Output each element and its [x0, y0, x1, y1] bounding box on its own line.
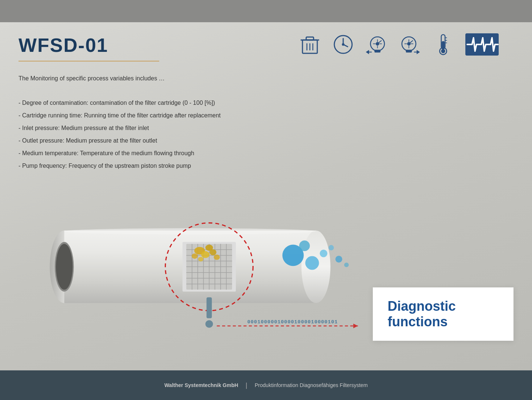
trash-icon — [299, 33, 321, 57]
svg-point-43 — [56, 244, 73, 290]
desc-item-4: - Outlet pressure: Medium pressure at th… — [19, 135, 248, 147]
pump-frequency-icon — [465, 33, 499, 57]
svg-point-76 — [205, 320, 213, 328]
desc-item-2: - Cartridge running time: Running time o… — [19, 110, 248, 121]
svg-point-62 — [201, 251, 210, 258]
footer-divider: | — [245, 381, 247, 389]
svg-point-63 — [192, 253, 198, 259]
svg-point-69 — [305, 256, 319, 270]
inlet-pressure-icon — [365, 33, 388, 57]
svg-rect-32 — [442, 41, 444, 49]
footer-company: Walther Systemtechnik GmbH — [164, 382, 238, 388]
description-section: The Monitoring of specific process varia… — [19, 73, 248, 172]
clock-icon — [332, 33, 354, 57]
footer-subtitle: Produktinformation Diagnosefähiges Filte… — [255, 382, 368, 388]
desc-item-1: - Degree of contamination: contamination… — [19, 97, 248, 109]
svg-point-64 — [210, 249, 217, 255]
svg-point-74 — [344, 263, 349, 267]
svg-marker-29 — [417, 51, 419, 53]
diagnostic-title: Diagnostic functions — [388, 299, 499, 330]
svg-point-66 — [214, 254, 220, 260]
title-divider — [19, 61, 159, 61]
svg-point-33 — [442, 50, 445, 53]
filter-illustration: 000100000100001000010000101 — [19, 167, 362, 359]
svg-rect-2 — [306, 37, 314, 40]
outlet-pressure-icon — [399, 33, 421, 57]
top-bar — [0, 0, 532, 22]
description-intro: The Monitoring of specific process varia… — [19, 73, 248, 84]
main-content: WFSD-01 — [0, 22, 532, 370]
svg-point-71 — [320, 250, 328, 257]
svg-point-70 — [299, 240, 310, 251]
svg-marker-78 — [353, 324, 358, 328]
desc-item-5: - Medium temperature: Temperature of the… — [19, 147, 248, 159]
svg-rect-27 — [406, 50, 412, 52]
icons-row — [299, 33, 513, 57]
svg-point-72 — [335, 256, 342, 263]
diagnostic-box: Diagnostic functions — [373, 287, 513, 341]
svg-rect-75 — [207, 297, 212, 319]
footer: Walther Systemtechnik GmbH | Produktinfo… — [0, 370, 532, 400]
svg-marker-19 — [367, 51, 368, 53]
title-section: WFSD-01 — [19, 33, 513, 57]
product-title: WFSD-01 — [19, 34, 108, 56]
svg-text:000100000100001000010000101: 000100000100001000010000101 — [247, 319, 338, 325]
svg-rect-17 — [375, 50, 380, 52]
desc-item-3: - Inlet pressure: Medium pressure at the… — [19, 122, 248, 134]
svg-point-73 — [328, 245, 334, 250]
svg-point-9 — [342, 44, 344, 45]
svg-point-65 — [198, 257, 203, 261]
svg-point-41 — [64, 228, 316, 234]
temperature-icon — [432, 33, 454, 57]
